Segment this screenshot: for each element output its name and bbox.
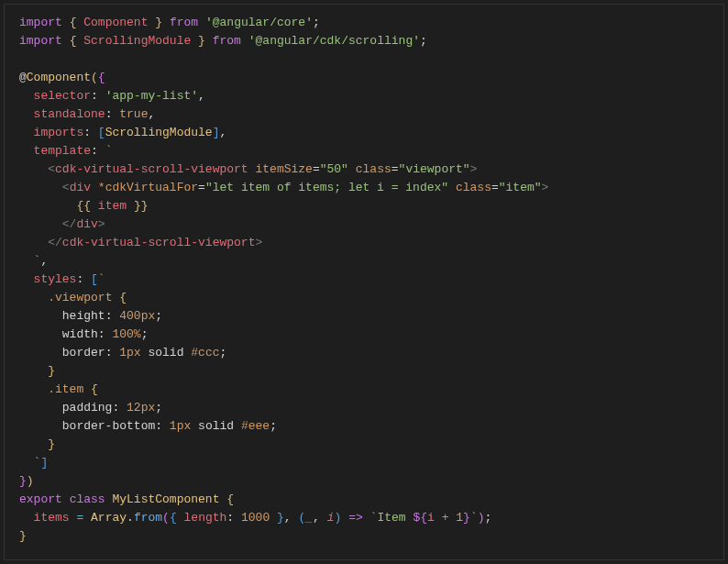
code-line: imports: [ScrollingModule], — [19, 126, 226, 139]
code-line: `] — [19, 456, 48, 470]
code-line: template: ` — [19, 144, 112, 158]
code-line: `, — [19, 254, 48, 268]
code-line: </cdk-virtual-scroll-viewport> — [19, 236, 262, 249]
code-line: width: 100%; — [19, 327, 148, 341]
code-line: import { ScrollingModule } from '@angula… — [19, 34, 427, 48]
code-line: import { Component } from '@angular/core… — [19, 16, 320, 29]
code-line: </div> — [19, 217, 105, 231]
code-line: border-bottom: 1px solid #eee; — [19, 419, 277, 433]
code-line: <div *cdkVirtualFor="let item of items; … — [19, 181, 548, 194]
code-editor: import { Component } from '@angular/core… — [4, 4, 724, 560]
code-line: styles: [` — [19, 272, 105, 286]
code-line: padding: 12px; — [19, 401, 162, 415]
code-line: .item { — [19, 382, 98, 396]
code-line: border: 1px solid #ccc; — [19, 346, 226, 359]
code-line: standalone: true, — [19, 107, 155, 121]
code-line: } — [19, 364, 55, 378]
code-line: {{ item }} — [19, 199, 148, 213]
code-line: <cdk-virtual-scroll-viewport itemSize="5… — [19, 162, 477, 176]
code-line: } — [19, 529, 27, 543]
code-line: height: 400px; — [19, 309, 162, 323]
code-line: export class MyListComponent { — [19, 492, 234, 506]
code-line: selector: 'app-my-list', — [19, 89, 205, 103]
code-line: @Component({ — [19, 71, 105, 84]
code-line: }) — [19, 474, 34, 488]
code-line: items = Array.from({ length: 1000 }, (_,… — [19, 511, 491, 525]
code-line: .viewport { — [19, 291, 127, 304]
code-line: } — [19, 437, 55, 451]
